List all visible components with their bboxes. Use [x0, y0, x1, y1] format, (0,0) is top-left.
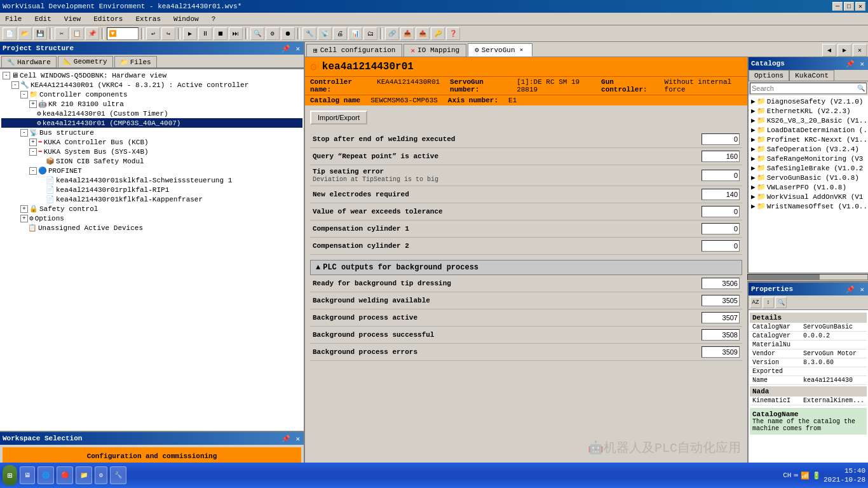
catalog-item-9[interactable]: ▶ 📁 VWLaserPFO (V1.0.8)	[750, 182, 867, 192]
plc-input-2[interactable]	[702, 312, 740, 323]
tree-options[interactable]: + ⚙ Options	[1, 214, 302, 223]
tb-misc1[interactable]: 🔧	[302, 27, 316, 40]
tree-expander-profinet[interactable]: -	[29, 167, 37, 175]
tb-undo[interactable]: ↩	[146, 27, 160, 40]
catalog-search-input[interactable]	[750, 84, 856, 93]
close-button[interactable]: ✕	[855, 2, 865, 11]
import-export-button[interactable]: Import/Export	[310, 111, 367, 125]
catalogs-pin[interactable]: 📌	[844, 60, 856, 68]
maximize-button[interactable]: □	[844, 2, 854, 11]
form-input-0[interactable]	[702, 133, 740, 145]
menu-edit[interactable]: Edit	[31, 14, 55, 24]
taskbar-item-4[interactable]: ⚙	[95, 466, 107, 484]
tb-new[interactable]: 📄	[3, 27, 17, 40]
taskbar-item-1[interactable]: 🌐	[37, 466, 54, 484]
taskbar-item-3[interactable]: 📁	[76, 466, 92, 484]
properties-close[interactable]: ✕	[858, 285, 865, 294]
tree-expander-components[interactable]: -	[20, 91, 28, 98]
tab-cell-config[interactable]: ⊞ Cell configuration	[306, 44, 402, 57]
start-button[interactable]: ⊞	[3, 465, 17, 485]
tb-misc9[interactable]: 🔑	[431, 27, 445, 40]
tab-geometry[interactable]: 📐 Geometry	[58, 56, 113, 67]
menu-extras[interactable]: Extras	[132, 14, 165, 24]
tb-paste[interactable]: 📌	[85, 27, 99, 40]
tb-copy[interactable]: 📋	[70, 27, 84, 40]
form-input-5[interactable]	[702, 223, 740, 234]
taskbar-item-5[interactable]: 🔧	[110, 466, 126, 484]
catalog-item-4[interactable]: ▶ 📁 Profinet KRC-Nexxt (V1...	[750, 135, 867, 144]
tree-view[interactable]: - 🖥 Cell WINDOWS-Q5DOBNK: Hardware view …	[0, 69, 304, 431]
taskbar-item-0[interactable]: 🖥	[20, 466, 35, 484]
form-input-6[interactable]	[702, 240, 740, 252]
plc-input-1[interactable]	[702, 295, 740, 306]
tb-misc4[interactable]: 📊	[348, 27, 362, 40]
catalog-item-5[interactable]: ▶ 📁 SafeOperation (V3.2.4)	[750, 144, 867, 154]
tree-components[interactable]: - 📁 Controller components	[1, 90, 302, 99]
catalog-search-box[interactable]: 🔍	[750, 83, 867, 94]
taskbar-item-2[interactable]: 🔴	[57, 466, 73, 484]
tab-servogun[interactable]: ⚙ ServoGun ✕	[468, 43, 532, 57]
workspace-pin[interactable]: 📌	[280, 435, 292, 443]
tree-expander-bus[interactable]: -	[20, 129, 28, 137]
tree-sysx4b[interactable]: - ➡ KUKA System Bus (SYS-X4B)	[1, 147, 302, 156]
tb-step[interactable]: ⏭	[229, 27, 243, 40]
plc-input-3[interactable]	[702, 329, 740, 341]
tb-misc10[interactable]: ❓	[446, 27, 460, 40]
catalog-item-6[interactable]: ▶ 📁 SafeRangeMonitoring (V3	[750, 154, 867, 163]
tab-files[interactable]: 📁 Files	[114, 56, 157, 67]
tb-dropdown[interactable]: 🔽	[107, 27, 139, 40]
menu-window[interactable]: Window	[170, 14, 203, 24]
tree-bus-structure[interactable]: - 📡 Bus structure	[1, 128, 302, 137]
form-input-3[interactable]	[702, 189, 740, 200]
tree-expander-options[interactable]: +	[20, 215, 28, 222]
catalog-item-8[interactable]: ▶ 📁 ServoGunBasic (V1.0.8)	[750, 173, 867, 182]
catalog-item-10[interactable]: ▶ 📁 WorkVisual AddOnVKR (V1	[750, 192, 867, 201]
tree-kcb[interactable]: + ➡ KUKA Controller Bus (KCB)	[1, 137, 302, 147]
tab-close-all[interactable]: ✕	[853, 44, 867, 57]
tb-save[interactable]: 💾	[33, 27, 47, 40]
tree-expander-kr210[interactable]: +	[29, 100, 37, 108]
tree-safety[interactable]: + 🔒 Safety control	[1, 204, 302, 214]
catalog-item-7[interactable]: ▶ 📁 SafeSingleBrake (V1.0.2	[750, 163, 867, 173]
project-structure-pin[interactable]: 📌	[280, 44, 292, 53]
tb-redo[interactable]: ↪	[161, 27, 175, 40]
tree-schweiss[interactable]: 📄 kea4al214430r01sklkfal-Schweisssteueru…	[1, 175, 302, 185]
tab-scroll-left[interactable]: ◀	[822, 44, 836, 57]
catalog-tab-kukacont[interactable]: KukaCont	[789, 70, 834, 81]
tb-misc8[interactable]: 📤	[416, 27, 430, 40]
properties-pin[interactable]: 📌	[844, 285, 856, 294]
project-structure-close[interactable]: ✕	[294, 44, 301, 53]
catalog-tab-options[interactable]: Options	[749, 70, 789, 81]
workspace-close[interactable]: ✕	[294, 435, 301, 443]
tb-misc3[interactable]: 🖨	[333, 27, 347, 40]
tree-cell[interactable]: - 🖥 Cell WINDOWS-Q5DOBNK: Hardware view	[1, 71, 302, 80]
tree-kr210[interactable]: + 🤖 KR 210 R3100 ultra	[1, 99, 302, 109]
tab-scroll-right[interactable]: ▶	[837, 44, 851, 57]
menu-view[interactable]: View	[60, 14, 85, 24]
tb-misc5[interactable]: 🗂	[363, 27, 377, 40]
minimize-button[interactable]: ─	[832, 2, 843, 11]
tree-unassigned[interactable]: 📋 Unassigned Active Devices	[1, 223, 302, 233]
tb-play[interactable]: ▶	[183, 27, 197, 40]
tb-search[interactable]: 🔍	[250, 27, 264, 40]
plc-input-0[interactable]	[702, 278, 740, 289]
tb-misc7[interactable]: 📥	[400, 27, 414, 40]
catalog-scrollbar[interactable]	[747, 273, 868, 281]
tb-settings[interactable]: ⚙	[266, 27, 280, 40]
servogun-close-icon[interactable]: ✕	[518, 46, 526, 54]
form-input-1[interactable]	[702, 151, 740, 162]
plc-section-header[interactable]: ▲ PLC outputs for background process	[310, 260, 742, 275]
tb-open[interactable]: 📂	[18, 27, 32, 40]
menu-help[interactable]: ?	[208, 14, 220, 24]
tab-hardware[interactable]: 🔧 Hardware	[1, 56, 57, 67]
tree-kappenfraser[interactable]: 📄 kea4al214430r01kflkfal-Kappenfraser	[1, 194, 302, 204]
tb-misc6[interactable]: 🔗	[385, 27, 399, 40]
catalogs-close[interactable]: ✕	[858, 60, 865, 68]
tree-expander-cell[interactable]: -	[3, 72, 10, 79]
section-collapse-icon[interactable]: ▲	[316, 263, 320, 272]
tb-cut[interactable]: ✂	[55, 27, 69, 40]
tab-io-mapping[interactable]: ✕ IO Mapping	[403, 44, 466, 57]
menu-file[interactable]: File	[1, 14, 25, 24]
catalog-search-icon[interactable]: 🔍	[856, 83, 866, 93]
form-input-4[interactable]	[702, 206, 740, 217]
